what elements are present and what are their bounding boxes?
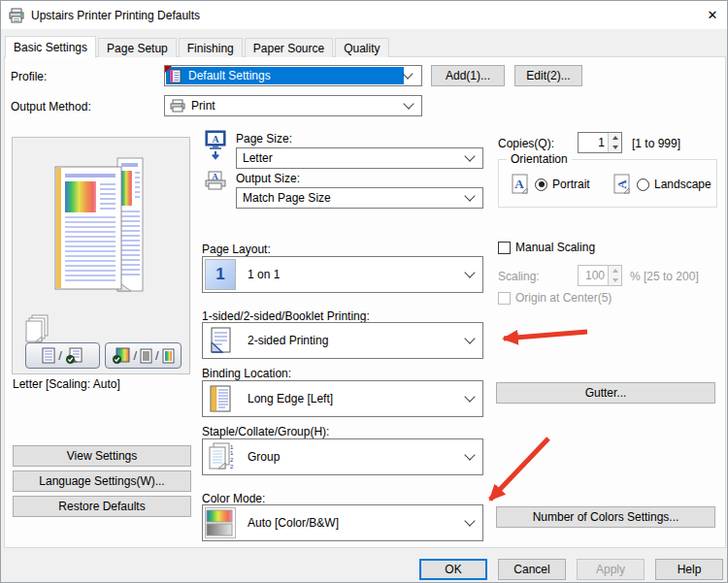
checkbox-box xyxy=(498,292,511,305)
manual-scaling-checkbox[interactable]: Manual Scaling xyxy=(498,241,595,254)
manual-scaling-label: Manual Scaling xyxy=(515,241,595,254)
spin-up-button[interactable] xyxy=(609,133,621,143)
tab-quality[interactable]: Quality xyxy=(335,38,388,57)
checkbox-box[interactable] xyxy=(498,242,511,254)
landscape-radio[interactable] xyxy=(637,178,649,191)
print-preview-area: / / / xyxy=(12,137,190,374)
printing-defaults-dialog: Upstairs Printer Printing Defaults ✕ Bas… xyxy=(0,0,728,583)
color-page-check-icon xyxy=(112,347,130,365)
tab-paper-source[interactable]: Paper Source xyxy=(245,38,333,57)
tab-page-setup[interactable]: Page Setup xyxy=(98,38,177,57)
profile-value: Default Settings xyxy=(182,69,404,82)
page-layout-select[interactable]: 1 1 on 1 xyxy=(202,256,483,293)
grouped-pages-icon: 1122 xyxy=(205,441,236,472)
edit-profile-button[interactable]: Edit(2)... xyxy=(514,65,582,86)
sided-mode-toggle-button[interactable]: / xyxy=(25,342,100,369)
preview-status-text: Letter [Scaling: Auto] xyxy=(13,377,120,391)
color-mode-toggle-button[interactable]: / / xyxy=(105,342,182,369)
landscape-icon: A xyxy=(613,174,631,195)
number-of-colors-settings-button[interactable]: Number of Colors Settings... xyxy=(496,506,715,528)
copies-spinner[interactable]: 1 xyxy=(578,132,622,153)
color-mode-select[interactable]: Auto [Color/B&W] xyxy=(202,504,483,541)
view-settings-button[interactable]: View Settings xyxy=(13,445,191,467)
staple-label: Staple/Collate/Group(H): xyxy=(202,425,329,438)
chevron-down-icon xyxy=(464,190,475,201)
help-button[interactable]: Help xyxy=(655,559,723,580)
duplex-label: 1-sided/2-sided/Booklet Printing: xyxy=(202,309,370,323)
svg-text:2: 2 xyxy=(230,464,234,470)
chevron-down-icon xyxy=(464,449,475,460)
svg-text:2: 2 xyxy=(230,457,234,463)
svg-text:1: 1 xyxy=(230,450,234,456)
copies-range-label: [1 to 999] xyxy=(632,137,680,150)
gutter-button[interactable]: Gutter... xyxy=(496,382,715,404)
binding-value: Long Edge [Left] xyxy=(236,392,466,405)
output-size-label: Output Size: xyxy=(236,172,300,185)
language-settings-button[interactable]: Language Settings(W)... xyxy=(13,470,191,492)
spin-down-button xyxy=(609,275,621,285)
spin-down-button[interactable] xyxy=(609,143,621,152)
two-sided-check-icon xyxy=(65,347,83,365)
one-on-one-icon: 1 xyxy=(205,259,236,290)
duplex-value: 2-sided Printing xyxy=(236,334,466,347)
chevron-down-icon xyxy=(402,68,413,79)
page-layout-icon-glyph: 1 xyxy=(215,265,224,284)
portrait-option[interactable]: A Portrait xyxy=(512,174,590,195)
grayscale-page-icon xyxy=(140,348,152,364)
one-sided-page-icon xyxy=(42,347,55,364)
print-icon xyxy=(170,99,185,113)
chevron-down-icon xyxy=(403,98,414,109)
two-sided-page-icon xyxy=(205,325,236,356)
title-bar: Upstairs Printer Printing Defaults ✕ xyxy=(1,1,728,29)
svg-text:A: A xyxy=(212,134,219,145)
scaling-value: 100 xyxy=(579,266,608,285)
binding-label: Binding Location: xyxy=(202,367,291,380)
page-layout-value: 1 on 1 xyxy=(236,268,466,281)
two-sided-preview-image xyxy=(53,155,150,301)
output-size-select[interactable]: Match Page Size xyxy=(236,187,483,209)
tab-basic-settings[interactable]: Basic Settings xyxy=(5,36,96,58)
color-mode-value: Auto [Color/B&W] xyxy=(236,516,466,530)
copies-label: Copies(Q): xyxy=(498,137,554,150)
page-size-label: Page Size: xyxy=(236,132,292,146)
printer-icon xyxy=(9,8,24,23)
chevron-down-icon xyxy=(464,515,475,526)
profile-label: Profile: xyxy=(11,70,47,83)
landscape-option[interactable]: A Landscape xyxy=(613,174,711,195)
binding-select[interactable]: Long Edge [Left] xyxy=(202,380,483,417)
add-profile-button[interactable]: Add(1)... xyxy=(431,65,505,86)
slash-separator: / xyxy=(155,348,159,363)
staple-select[interactable]: 1122 Group xyxy=(202,438,483,475)
stacked-pages-icon xyxy=(24,314,53,345)
color-grayscale-icon xyxy=(205,507,236,538)
chevron-down-icon xyxy=(464,267,475,277)
ok-button[interactable]: OK xyxy=(419,559,487,580)
color-mode-label: Color Mode: xyxy=(202,492,265,505)
slash-separator: / xyxy=(58,348,62,363)
output-method-select[interactable]: Print xyxy=(164,95,422,116)
printer-page-icon: A xyxy=(205,171,226,190)
monitor-page-icon: A xyxy=(205,130,226,161)
tab-finishing[interactable]: Finishing xyxy=(179,38,243,57)
output-method-value: Print xyxy=(185,99,405,113)
apply-button: Apply xyxy=(577,559,645,580)
restore-defaults-button[interactable]: Restore Defaults xyxy=(13,496,191,517)
origin-at-center-label: Origin at Center(5) xyxy=(515,291,612,305)
staple-value: Group xyxy=(236,450,466,464)
close-icon: ✕ xyxy=(708,8,718,22)
cancel-button[interactable]: Cancel xyxy=(498,559,566,580)
duplex-select[interactable]: 2-sided Printing xyxy=(202,322,483,359)
orientation-legend: Orientation xyxy=(507,152,572,166)
scaling-spinner: 100 xyxy=(578,265,622,286)
page-size-value: Letter xyxy=(237,151,466,165)
tab-bar: Basic Settings Page Setup Finishing Pape… xyxy=(5,36,391,57)
svg-text:A: A xyxy=(614,179,629,189)
chevron-down-icon xyxy=(464,391,475,402)
portrait-icon: A xyxy=(512,174,529,195)
portrait-radio[interactable] xyxy=(535,178,547,191)
portrait-label: Portrait xyxy=(552,178,590,191)
slash-separator: / xyxy=(133,348,137,363)
profile-select[interactable]: Default Settings xyxy=(164,65,422,86)
page-size-select[interactable]: Letter xyxy=(236,147,483,169)
close-button[interactable]: ✕ xyxy=(696,1,728,29)
